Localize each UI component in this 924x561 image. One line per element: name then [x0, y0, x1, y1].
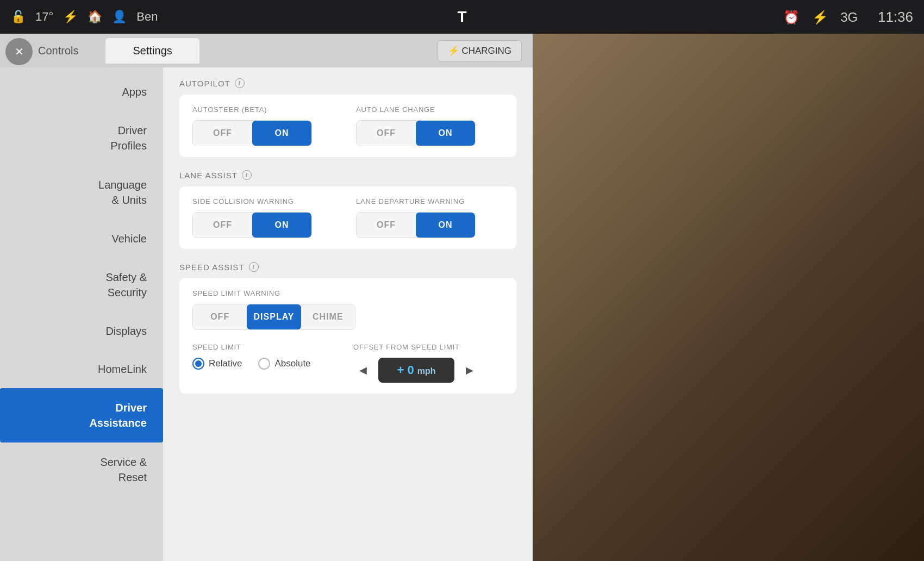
autopilot-card: AUTOSTEER (BETA) OFF ON AUTO LANE CHANGE…	[179, 95, 516, 157]
speed-limit-warning-display-btn[interactable]: DISPLAY	[247, 304, 301, 329]
speed-assist-card: SPEED LIMIT WARNING OFF DISPLAY CHIME SP…	[179, 278, 516, 394]
tab-bar: Controls Settings ⚡ CHARGING	[0, 34, 533, 67]
radio-relative-label: Relative	[209, 358, 242, 369]
autosteer-group: AUTOSTEER (BETA) OFF ON	[192, 105, 340, 146]
auto-lane-change-label: AUTO LANE CHANGE	[356, 105, 503, 114]
lane-assist-section: LANE ASSIST i SIDE COLLISION WARNING OFF…	[179, 170, 516, 249]
speed-limit-warning-toggle[interactable]: OFF DISPLAY CHIME	[192, 304, 355, 330]
sidebar-item-driver-assistance[interactable]: DriverAssistance	[0, 388, 163, 442]
offset-group: OFFSET FROM SPEED LIMIT ◀ + 0 mph ▶	[353, 343, 503, 383]
sidebar: Apps DriverProfiles Language& Units Vehi…	[0, 67, 163, 561]
speed-icon: ⚡	[63, 10, 78, 24]
offset-value-display: + 0 mph	[378, 358, 454, 383]
sidebar-item-displays[interactable]: Displays	[0, 312, 163, 350]
charging-button[interactable]: ⚡ CHARGING	[438, 40, 522, 61]
lane-departure-toggle[interactable]: OFF ON	[356, 212, 476, 238]
alarm-icon: ⏰	[783, 10, 800, 24]
side-collision-group: SIDE COLLISION WARNING OFF ON	[192, 197, 340, 238]
offset-decrease-btn[interactable]: ◀	[353, 360, 373, 380]
speed-limit-group: SPEED LIMIT Relative Absolute	[192, 343, 342, 370]
status-bar-right: ⏰ ⚡ 3G 11:36	[783, 9, 913, 26]
autopilot-toggle-row: AUTOSTEER (BETA) OFF ON AUTO LANE CHANGE…	[192, 105, 503, 146]
lane-assist-info-icon[interactable]: i	[242, 170, 252, 180]
lane-departure-off-btn[interactable]: OFF	[357, 213, 416, 238]
lane-departure-on-btn[interactable]: ON	[416, 213, 475, 238]
main-content: AUTOPILOT i AUTOSTEER (BETA) OFF ON	[163, 67, 533, 561]
lane-departure-group: LANE DEPARTURE WARNING OFF ON	[356, 197, 503, 238]
username: Ben	[136, 10, 158, 24]
tab-settings[interactable]: Settings	[105, 38, 199, 64]
radio-absolute-label: Absolute	[274, 358, 310, 369]
autosteer-label: AUTOSTEER (BETA)	[192, 105, 340, 114]
status-bar-center: T	[457, 8, 466, 26]
lane-departure-label: LANE DEPARTURE WARNING	[356, 197, 503, 205]
side-collision-label: SIDE COLLISION WARNING	[192, 197, 340, 205]
lane-assist-title: LANE ASSIST i	[179, 170, 516, 180]
radio-relative-circle[interactable]	[192, 358, 204, 370]
content-area: Apps DriverProfiles Language& Units Vehi…	[0, 67, 533, 561]
side-collision-on-btn[interactable]: ON	[252, 213, 311, 238]
time: 11:36	[878, 9, 913, 25]
tesla-logo: T	[457, 8, 466, 25]
status-bar: 🔓 17° ⚡ 🏠 👤 Ben T ⏰ ⚡ 3G 11:36	[0, 0, 924, 34]
offset-unit: mph	[417, 366, 436, 376]
side-collision-off-btn[interactable]: OFF	[193, 213, 252, 238]
auto-lane-change-group: AUTO LANE CHANGE OFF ON	[356, 105, 503, 146]
radio-absolute-circle[interactable]	[258, 358, 270, 370]
speed-assist-title: SPEED ASSIST i	[179, 262, 516, 272]
network-icon: 3G	[840, 10, 858, 24]
speed-limit-warning-chime-btn[interactable]: CHIME	[301, 304, 355, 329]
sidebar-item-homelink[interactable]: HomeLink	[0, 350, 163, 388]
sidebar-item-apps[interactable]: Apps	[0, 73, 163, 111]
speed-limit-warning-off-btn[interactable]: OFF	[193, 304, 247, 329]
speed-limit-warning-label: SPEED LIMIT WARNING	[192, 289, 503, 297]
sidebar-item-driver-profiles[interactable]: DriverProfiles	[0, 111, 163, 165]
sidebar-item-vehicle[interactable]: Vehicle	[0, 220, 163, 258]
speed-limit-radio-group: Relative Absolute	[192, 358, 342, 370]
autosteer-on-btn[interactable]: ON	[252, 121, 311, 146]
autopilot-title: AUTOPILOT i	[179, 78, 516, 88]
autopilot-section: AUTOPILOT i AUTOSTEER (BETA) OFF ON	[179, 78, 516, 157]
home-icon: 🏠	[88, 10, 102, 24]
auto-lane-change-on-btn[interactable]: ON	[416, 121, 475, 146]
radio-relative[interactable]: Relative	[192, 358, 242, 370]
lane-assist-card: SIDE COLLISION WARNING OFF ON LANE DEPAR…	[179, 186, 516, 249]
car-background	[533, 34, 924, 561]
sidebar-item-safety-security[interactable]: Safety &Security	[0, 258, 163, 312]
speed-assist-section: SPEED ASSIST i SPEED LIMIT WARNING OFF D…	[179, 262, 516, 394]
main-screen: Controls Settings ⚡ CHARGING Apps Driver…	[0, 34, 533, 561]
bluetooth-icon: ⚡	[812, 10, 828, 24]
speed-limit-row: SPEED LIMIT Relative Absolute	[192, 343, 503, 383]
temperature: 17°	[35, 10, 53, 24]
offset-label: OFFSET FROM SPEED LIMIT	[353, 343, 503, 351]
speed-limit-label: SPEED LIMIT	[192, 343, 342, 351]
autosteer-toggle[interactable]: OFF ON	[192, 120, 312, 146]
autopilot-info-icon[interactable]: i	[235, 78, 245, 88]
offset-control: ◀ + 0 mph ▶	[353, 358, 503, 383]
user-icon: 👤	[112, 10, 127, 24]
offset-increase-btn[interactable]: ▶	[460, 360, 479, 380]
sidebar-item-service-reset[interactable]: Service &Reset	[0, 442, 163, 497]
offset-value-text: + 0	[397, 363, 417, 377]
auto-lane-change-toggle[interactable]: OFF ON	[356, 120, 476, 146]
status-bar-left: 🔓 17° ⚡ 🏠 👤 Ben	[11, 10, 158, 24]
lock-icon: 🔓	[11, 10, 26, 24]
side-collision-toggle[interactable]: OFF ON	[192, 212, 312, 238]
lane-assist-toggle-row: SIDE COLLISION WARNING OFF ON LANE DEPAR…	[192, 197, 503, 238]
close-button[interactable]: ✕	[5, 38, 33, 65]
sidebar-item-language-units[interactable]: Language& Units	[0, 165, 163, 220]
auto-lane-change-off-btn[interactable]: OFF	[357, 121, 416, 146]
speed-assist-info-icon[interactable]: i	[249, 262, 259, 272]
radio-absolute[interactable]: Absolute	[258, 358, 310, 370]
autosteer-off-btn[interactable]: OFF	[193, 121, 252, 146]
